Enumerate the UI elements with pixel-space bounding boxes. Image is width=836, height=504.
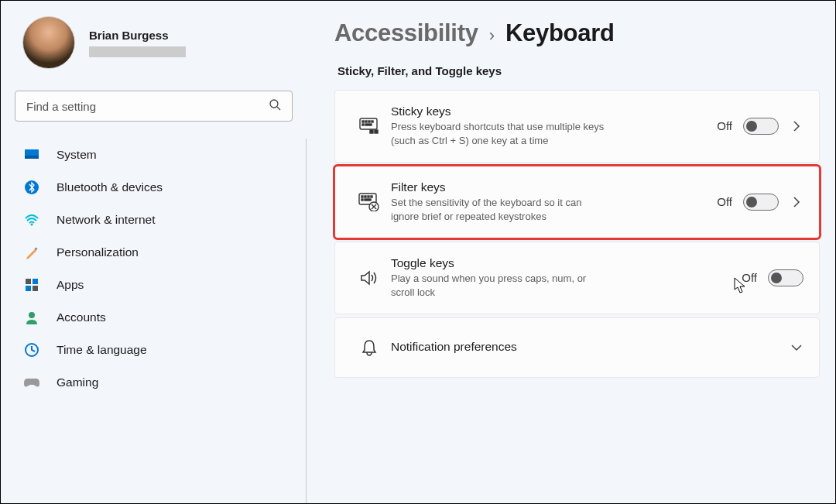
time-icon xyxy=(24,342,39,358)
card-desc: Play a sound when you press caps, num, o… xyxy=(391,272,608,300)
accounts-icon xyxy=(24,310,39,325)
card-title: Toggle keys xyxy=(391,256,742,270)
system-icon xyxy=(24,147,39,163)
svg-rect-21 xyxy=(375,130,378,133)
svg-rect-15 xyxy=(365,121,367,122)
chevron-right-icon[interactable] xyxy=(790,120,803,132)
nav-label: Personalization xyxy=(57,245,139,259)
nav-label: Apps xyxy=(57,278,84,292)
svg-rect-7 xyxy=(26,279,31,284)
card-title: Sticky keys xyxy=(391,105,717,118)
search-icon xyxy=(269,98,281,114)
setting-filter-keys[interactable]: Filter keys Set the sensitivity of the k… xyxy=(334,166,820,238)
chevron-right-icon[interactable] xyxy=(790,196,803,208)
nav-label: Time & language xyxy=(57,343,147,357)
sidebar-item-network[interactable]: Network & internet xyxy=(1,204,307,236)
svg-rect-19 xyxy=(365,124,372,125)
search-box[interactable] xyxy=(15,91,293,122)
setting-toggle-keys[interactable]: Toggle keys Play a sound when you press … xyxy=(334,242,820,314)
setting-notification-prefs[interactable]: Notification preferences xyxy=(334,317,820,378)
svg-rect-3 xyxy=(25,156,39,159)
keyboard-icon xyxy=(351,118,388,135)
svg-rect-10 xyxy=(33,286,38,291)
profile-name[interactable]: Brian Burgess xyxy=(89,28,186,43)
search-input[interactable] xyxy=(26,100,269,113)
svg-rect-27 xyxy=(361,199,363,201)
card-desc: Set the sensitivity of the keyboard so i… xyxy=(391,196,608,224)
nav-label: Accounts xyxy=(57,310,106,324)
chevron-right-icon: › xyxy=(489,26,495,46)
svg-rect-9 xyxy=(26,286,31,291)
sidebar-item-accounts[interactable]: Accounts xyxy=(1,301,307,334)
svg-line-1 xyxy=(277,107,280,110)
sidebar-item-gaming[interactable]: Gaming xyxy=(1,366,307,399)
svg-rect-8 xyxy=(33,279,38,284)
sound-icon xyxy=(351,270,388,286)
sidebar-item-apps[interactable]: Apps xyxy=(1,269,307,301)
breadcrumb-parent[interactable]: Accessibility xyxy=(334,19,478,47)
filter-keys-toggle[interactable] xyxy=(743,194,779,211)
profile-block: Brian Burgess xyxy=(1,12,307,69)
breadcrumb-current: Keyboard xyxy=(505,19,615,47)
sidebar-item-bluetooth[interactable]: Bluetooth & devices xyxy=(1,171,307,204)
bluetooth-icon xyxy=(24,180,39,195)
svg-rect-17 xyxy=(372,121,373,122)
toggle-keys-toggle[interactable] xyxy=(768,269,803,286)
settings-cards: Sticky keys Press keyboard shortcuts tha… xyxy=(334,90,820,378)
bell-icon xyxy=(351,339,388,356)
setting-sticky-keys[interactable]: Sticky keys Press keyboard shortcuts tha… xyxy=(334,90,820,163)
network-icon xyxy=(24,212,39,228)
svg-point-5 xyxy=(31,224,33,226)
gaming-icon xyxy=(24,375,39,390)
keyboard-filter-icon xyxy=(351,193,388,211)
svg-rect-25 xyxy=(368,196,369,197)
sidebar-item-time[interactable]: Time & language xyxy=(1,334,307,366)
toggle-label: Off xyxy=(717,119,732,132)
nav-label: Network & internet xyxy=(57,213,156,227)
chevron-down-icon[interactable] xyxy=(790,344,803,351)
svg-rect-23 xyxy=(361,196,363,197)
svg-rect-14 xyxy=(362,121,364,122)
nav-list: System Bluetooth & devices Network & int… xyxy=(1,139,307,503)
nav-label: Gaming xyxy=(57,375,98,389)
personalization-icon xyxy=(24,245,39,260)
breadcrumb: Accessibility › Keyboard xyxy=(334,19,820,47)
svg-rect-18 xyxy=(362,124,364,125)
nav-label: System xyxy=(57,148,97,162)
svg-rect-28 xyxy=(365,199,371,201)
toggle-label: Off xyxy=(742,271,757,284)
svg-rect-26 xyxy=(371,196,372,197)
card-title: Filter keys xyxy=(391,180,717,194)
main-panel: Accessibility › Keyboard Sticky, Filter,… xyxy=(307,1,835,503)
sticky-keys-toggle[interactable] xyxy=(743,118,779,135)
svg-point-0 xyxy=(270,100,278,108)
apps-icon xyxy=(24,277,39,293)
profile-email-redacted xyxy=(89,46,186,57)
section-title: Sticky, Filter, and Toggle keys xyxy=(334,64,820,77)
svg-rect-16 xyxy=(368,121,370,122)
sidebar-item-personalization[interactable]: Personalization xyxy=(1,236,307,269)
svg-rect-20 xyxy=(370,130,373,133)
avatar[interactable] xyxy=(22,16,75,69)
sidebar-item-system[interactable]: System xyxy=(1,139,307,171)
card-title: Notification preferences xyxy=(391,340,790,354)
svg-point-11 xyxy=(29,312,35,318)
card-desc: Press keyboard shortcuts that use multip… xyxy=(391,120,608,148)
toggle-label: Off xyxy=(717,195,732,208)
sidebar: Brian Burgess System Bluetooth & devices xyxy=(1,1,307,503)
svg-rect-24 xyxy=(365,196,366,197)
nav-label: Bluetooth & devices xyxy=(57,180,163,194)
